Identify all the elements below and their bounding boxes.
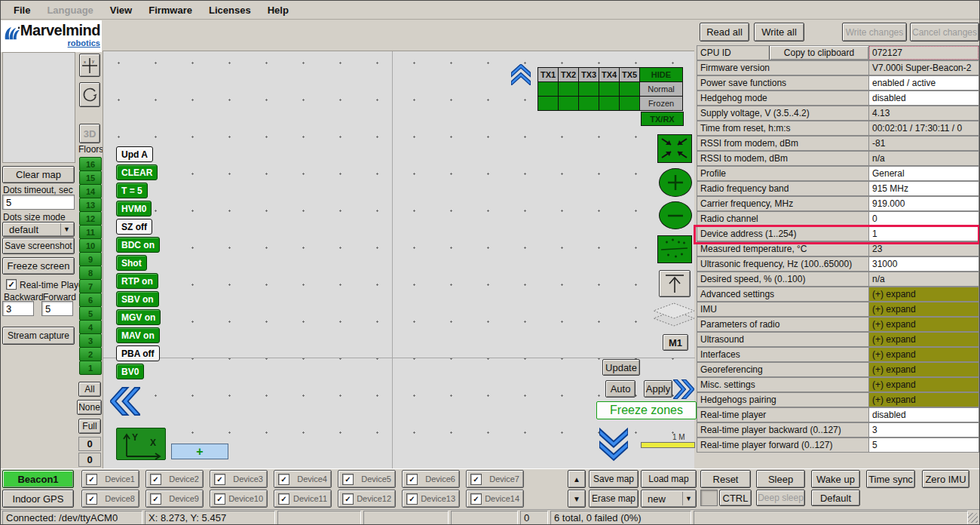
map-tool-hvm0[interactable]: HVM0 bbox=[116, 201, 152, 216]
param-value[interactable]: 1 bbox=[868, 226, 979, 241]
tx-mode-frozen[interactable]: Frozen bbox=[639, 96, 683, 111]
floor-button-11[interactable]: 11 bbox=[79, 225, 102, 239]
device-toggle-device10[interactable]: ✓Device10 bbox=[210, 490, 268, 508]
reset-button[interactable]: Reset bbox=[700, 470, 751, 488]
device-toggle-device11[interactable]: ✓Device11 bbox=[274, 490, 332, 508]
param-value[interactable]: General bbox=[868, 166, 979, 181]
floors-full-button[interactable]: Full bbox=[78, 419, 101, 434]
device-toggle-device1[interactable]: ✓Device1 bbox=[81, 470, 139, 488]
save-screenshot-button[interactable]: Save screenshot bbox=[2, 238, 75, 254]
menu-licenses[interactable]: Licenses bbox=[201, 3, 259, 17]
menu-file[interactable]: File bbox=[5, 3, 38, 17]
param-value[interactable]: 31000 bbox=[868, 256, 979, 272]
param-value[interactable]: (+) expand bbox=[868, 287, 979, 302]
floor-button-15[interactable]: 15 bbox=[79, 170, 102, 185]
rotate-view-button[interactable] bbox=[79, 82, 100, 107]
zero-imu-button[interactable]: Zero IMU bbox=[922, 470, 969, 488]
device-toggle-device12[interactable]: ✓Device12 bbox=[338, 490, 396, 508]
map-tool-sbv-on[interactable]: SBV on bbox=[116, 291, 159, 307]
device-scroll-down-button[interactable]: ▼ bbox=[568, 490, 586, 508]
floor-button-10[interactable]: 10 bbox=[79, 238, 102, 253]
3d-view-button[interactable]: 3D bbox=[79, 124, 100, 143]
wake-up-button[interactable]: Wake up bbox=[811, 470, 860, 488]
map-tool-bdc-on[interactable]: BDC on bbox=[116, 237, 160, 253]
beacon1-tab[interactable]: Beacon1 bbox=[2, 470, 74, 488]
apply-button[interactable]: Apply bbox=[644, 380, 672, 398]
param-value[interactable]: 3 bbox=[868, 422, 979, 438]
zoom-out-button[interactable] bbox=[659, 201, 692, 229]
floor-button-9[interactable]: 9 bbox=[79, 252, 102, 266]
freeze-screen-button[interactable]: Freeze screen bbox=[2, 257, 75, 275]
device-toggle-device7[interactable]: ✓Device7 bbox=[466, 470, 524, 488]
tx-cell[interactable] bbox=[537, 81, 559, 97]
zoom-in-button[interactable] bbox=[659, 168, 692, 197]
tx-cell[interactable] bbox=[619, 81, 640, 97]
param-value[interactable]: 0 bbox=[868, 211, 979, 226]
tx-cell[interactable] bbox=[578, 81, 599, 97]
default-button[interactable]: Default bbox=[811, 490, 860, 506]
backward-input[interactable] bbox=[2, 301, 34, 316]
save-map-button[interactable]: Save map bbox=[589, 470, 639, 488]
param-value[interactable]: 919.000 bbox=[868, 196, 979, 211]
floor-button-16[interactable]: 16 bbox=[79, 157, 102, 171]
dots-size-select[interactable]: default ▼ bbox=[2, 222, 75, 237]
cancel-changes-button[interactable]: Cancel changes bbox=[910, 23, 979, 41]
floor-button-12[interactable]: 12 bbox=[79, 211, 102, 226]
clear-map-button[interactable]: Clear map bbox=[2, 166, 75, 183]
device-toggle-device13[interactable]: ✓Device13 bbox=[402, 490, 460, 508]
floors-none-button[interactable]: None bbox=[77, 400, 102, 415]
param-value[interactable]: 5 bbox=[868, 438, 979, 453]
param-value[interactable]: (+) expand bbox=[868, 317, 979, 332]
tx-cell[interactable] bbox=[578, 96, 599, 111]
ctrl-button[interactable]: CTRL bbox=[719, 490, 752, 506]
map-tool-rtp-on[interactable]: RTP on bbox=[116, 273, 158, 289]
deep-sleep-button[interactable]: Deep sleep bbox=[756, 490, 805, 506]
param-value[interactable]: (+) expand bbox=[868, 392, 979, 407]
tx-cell[interactable] bbox=[558, 81, 579, 97]
floor-button-4[interactable]: 4 bbox=[79, 320, 102, 334]
fit-to-screen-button[interactable] bbox=[657, 134, 692, 163]
floor-button-3[interactable]: 3 bbox=[79, 333, 102, 348]
freeze-zones-button[interactable]: Freeze zones bbox=[596, 401, 697, 419]
device-toggle-device6[interactable]: ✓Device6 bbox=[402, 470, 460, 488]
tx-cell[interactable] bbox=[537, 96, 559, 111]
floor-button-2[interactable]: 2 bbox=[79, 347, 102, 361]
chevron-double-down-icon[interactable] bbox=[599, 427, 628, 462]
tx-hide-toggle[interactable]: HIDE bbox=[639, 67, 683, 82]
map-tool-mav-on[interactable]: MAV on bbox=[116, 327, 160, 343]
menu-view[interactable]: View bbox=[102, 3, 140, 17]
sleep-button[interactable]: Sleep bbox=[756, 470, 805, 488]
axes-view-button[interactable]: x y bbox=[79, 54, 100, 77]
tx-header-tx4[interactable]: TX4 bbox=[599, 67, 620, 82]
resize-grip[interactable] bbox=[968, 513, 978, 523]
floor-button-14[interactable]: 14 bbox=[79, 184, 102, 198]
realtime-player-checkbox[interactable]: ✓ bbox=[6, 279, 17, 290]
menu-help[interactable]: Help bbox=[259, 3, 297, 17]
chevron-double-up-icon[interactable] bbox=[511, 64, 531, 85]
ctrl-checkbox[interactable] bbox=[700, 490, 718, 506]
dots-timeout-input[interactable] bbox=[2, 195, 75, 210]
device-scroll-up-button[interactable]: ▲ bbox=[568, 470, 586, 488]
tx-mode-normal[interactable]: Normal bbox=[639, 81, 683, 97]
m1-button[interactable]: M1 bbox=[663, 334, 688, 351]
submap-plus-button[interactable]: + bbox=[171, 444, 228, 459]
dots-display-button[interactable] bbox=[657, 235, 692, 263]
param-value[interactable]: (+) expand bbox=[868, 347, 979, 362]
param-value[interactable]: (+) expand bbox=[868, 302, 979, 317]
floor-button-6[interactable]: 6 bbox=[79, 293, 102, 307]
tx-rx-toggle[interactable]: TX/RX bbox=[641, 112, 684, 126]
device-toggle-device3[interactable]: ✓Device3 bbox=[210, 470, 268, 488]
read-all-button[interactable]: Read all bbox=[700, 23, 749, 41]
erase-map-button[interactable]: Erase map bbox=[589, 490, 639, 508]
map-tool-t-5[interactable]: T = 5 bbox=[116, 183, 148, 198]
indoor-gps-tab[interactable]: Indoor GPS bbox=[2, 490, 74, 508]
map-tool-bv0[interactable]: BV0 bbox=[116, 364, 144, 379]
floors-all-button[interactable]: All bbox=[78, 382, 101, 397]
param-value[interactable]: (+) expand bbox=[868, 332, 979, 347]
tx-header-tx3[interactable]: TX3 bbox=[578, 67, 599, 82]
write-changes-button[interactable]: Write changes bbox=[842, 23, 907, 41]
tx-cell[interactable] bbox=[599, 81, 620, 97]
device-toggle-device8[interactable]: ✓Device8 bbox=[81, 490, 139, 508]
floor-button-7[interactable]: 7 bbox=[79, 279, 102, 293]
tx-cell[interactable] bbox=[599, 96, 620, 111]
